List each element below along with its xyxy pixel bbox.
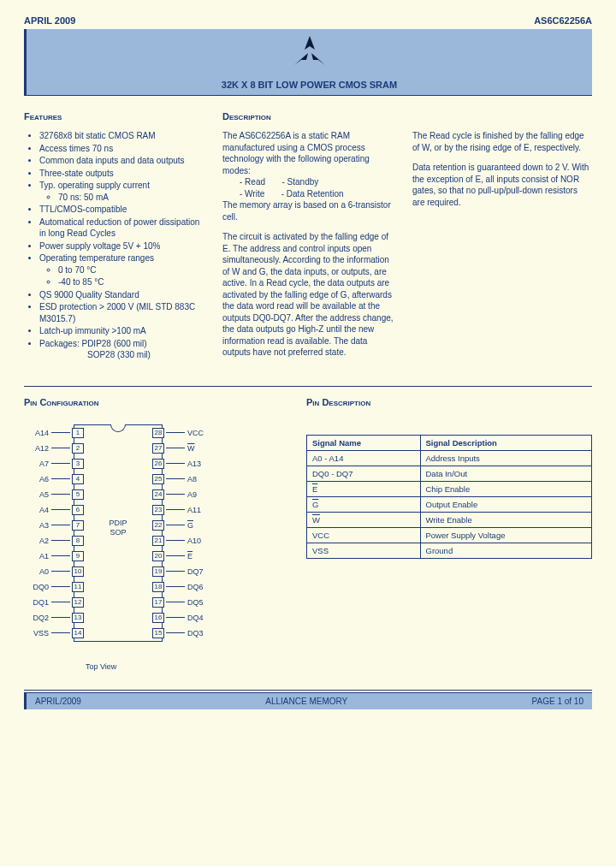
- pin-number: 1: [72, 428, 84, 438]
- header-date: APRIL 2009: [24, 15, 75, 26]
- pin-configuration-section: Pin Configuration PDIP SOP A141A122A73A6…: [24, 397, 272, 659]
- pin-row: DQ416: [118, 613, 212, 623]
- pin-number: 6: [72, 505, 84, 515]
- pin-lead-icon: [166, 632, 185, 633]
- pin-name: DQ3: [185, 629, 212, 638]
- signal-desc-cell: Output Enable: [420, 496, 592, 512]
- pin-name: VCC: [185, 429, 212, 437]
- pin-row: A73: [24, 459, 118, 469]
- footer-page: PAGE 1 of 10: [532, 697, 583, 706]
- features-heading: Features: [24, 111, 204, 122]
- feature-sub-item: 0 to 70 °C: [58, 264, 204, 276]
- pin-lead-icon: [51, 586, 70, 587]
- features-list: 32768x8 bit static CMOS RAM Access times…: [24, 130, 204, 361]
- feature-sub-item: 70 ns: 50 mA: [58, 192, 204, 204]
- pin-lead-icon: [166, 494, 185, 495]
- desc-paragraph: The AS6C62256A is a static RAM manufactu…: [222, 130, 394, 222]
- table-row: GOutput Enable: [307, 496, 592, 512]
- pin-lead-icon: [51, 432, 70, 433]
- pin-number: 2: [72, 443, 84, 454]
- pin-lead-icon: [166, 463, 185, 464]
- pin-row: A46: [24, 505, 118, 515]
- pin-row: G22: [118, 520, 212, 531]
- pin-name: DQ2: [24, 614, 51, 622]
- feature-item: Operating temperature ranges 0 to 70 °C …: [39, 252, 204, 288]
- feature-item: Common data inputs and data outputs: [39, 155, 204, 167]
- pin-lead-icon: [166, 571, 185, 572]
- pin-row: A1326: [118, 459, 212, 469]
- pin-lead-icon: [166, 525, 185, 525]
- table-header: Signal Name: [307, 435, 421, 450]
- pin-number: 13: [72, 613, 84, 623]
- svg-marker-1: [294, 53, 308, 65]
- feature-item: Power supply voltage 5V + 10%: [39, 240, 204, 252]
- signal-name-cell: VCC: [307, 527, 421, 543]
- feature-item: QS 9000 Quality Standard: [39, 289, 204, 301]
- pin-name: A10: [185, 537, 212, 545]
- pin-row: DQ213: [24, 613, 118, 623]
- pin-name: A8: [185, 475, 212, 483]
- pin-lead-icon: [51, 478, 70, 479]
- description-column-2: The Read cycle is finished by the fallin…: [412, 111, 592, 367]
- signal-desc-cell: Data In/Out: [420, 466, 592, 481]
- pin-row: DQ618: [118, 582, 212, 592]
- pin-number: 26: [152, 459, 164, 469]
- pin-description-section: Pin Description Signal Name Signal Descr…: [306, 397, 592, 659]
- header-partnum: AS6C62256A: [534, 15, 592, 26]
- pin-name: A2: [24, 537, 51, 545]
- pin-row: A37: [24, 520, 118, 531]
- pin-number: 3: [72, 459, 84, 469]
- pin-row: A141: [24, 428, 118, 438]
- section-divider: [24, 386, 592, 387]
- signal-name-cell: G: [307, 496, 421, 512]
- pin-lead-icon: [51, 540, 70, 541]
- feature-item: Automatical reduction of power dissipati…: [39, 216, 204, 240]
- pin-row: DQ517: [118, 597, 212, 608]
- pin-name: DQ4: [185, 614, 212, 622]
- table-row: VCCPower Supply Voltage: [307, 527, 592, 543]
- feature-item: 32768x8 bit static CMOS RAM: [39, 130, 204, 142]
- pin-lead-icon: [166, 448, 185, 448]
- pin-lead-icon: [166, 432, 185, 433]
- svg-marker-2: [311, 53, 325, 65]
- pin-lead-icon: [51, 632, 70, 633]
- pin-name: G: [185, 521, 212, 530]
- pin-lead-icon: [166, 602, 185, 602]
- top-view-label: Top View: [86, 662, 116, 671]
- table-row: A0 - A14Address Inputs: [307, 450, 592, 466]
- pin-name: A9: [185, 490, 212, 499]
- pin-name: A4: [24, 506, 51, 514]
- company-logo-icon: [291, 34, 329, 72]
- pin-lead-icon: [51, 525, 70, 525]
- pin-lead-icon: [51, 463, 70, 464]
- footer-date: APRIL/2009: [35, 697, 81, 706]
- pin-name: DQ1: [24, 598, 51, 607]
- pin-number: 5: [72, 489, 84, 500]
- feature-item: Three-state outputs: [39, 168, 204, 180]
- desc-paragraph: The Read cycle is finished by the fallin…: [412, 130, 592, 153]
- pin-number: 22: [152, 520, 164, 531]
- top-header-row: APRIL 2009 AS6C62256A: [24, 15, 592, 26]
- pin-row: A825: [118, 474, 212, 484]
- pin-lead-icon: [51, 509, 70, 510]
- pin-number: 17: [152, 597, 164, 608]
- footer-banner: APRIL/2009 ALLIANCE MEMORY PAGE 1 of 10: [24, 692, 592, 709]
- pin-name: W: [185, 444, 212, 453]
- title-banner: 32K X 8 BIT LOW POWER CMOS SRAM: [24, 29, 592, 96]
- signal-desc-cell: Power Supply Voltage: [420, 527, 592, 543]
- feature-item: Typ. operating supply current 70 ns: 50 …: [39, 180, 204, 203]
- pin-name: DQ5: [185, 598, 212, 607]
- pin-number: 25: [152, 474, 164, 484]
- pin-name: DQ7: [185, 567, 212, 576]
- pin-config-heading: Pin Configuration: [24, 397, 272, 407]
- pin-lead-icon: [51, 617, 70, 618]
- pin-number: 11: [72, 582, 84, 592]
- feature-sub-item: -40 to 85 °C: [58, 276, 204, 288]
- signal-name-cell: DQ0 - DQ7: [307, 466, 421, 481]
- pin-name: A0: [24, 567, 51, 576]
- pin-row: A19: [24, 551, 118, 561]
- pin-name: A3: [24, 521, 51, 530]
- document-title: 32K X 8 BIT LOW POWER CMOS SRAM: [27, 80, 592, 90]
- pin-row: A28: [24, 536, 118, 546]
- pin-number: 18: [152, 582, 164, 592]
